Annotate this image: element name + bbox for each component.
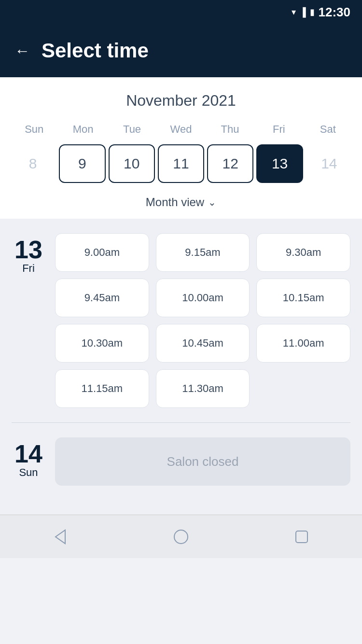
time-slot[interactable]: 9.15am: [156, 233, 250, 272]
day-label: 13Fri: [12, 233, 45, 408]
day-block: 13Fri9.00am9.15am9.30am9.45am10.00am10.1…: [12, 233, 350, 408]
day-number: 14: [14, 441, 42, 466]
status-bar: ▾ ▐ ▮ 12:30: [0, 0, 362, 24]
calendar-date-cell: 8: [10, 144, 56, 183]
day-label: 14Sun: [12, 437, 45, 486]
time-slot[interactable]: 10.15am: [256, 279, 350, 317]
calendar-date-cell[interactable]: 12: [207, 144, 253, 183]
day-number: 13: [14, 237, 42, 262]
weekday-label: Mon: [58, 119, 107, 140]
calendar-date-cell[interactable]: 9: [59, 144, 105, 183]
day-name: Sun: [19, 466, 38, 479]
weekday-label: Tue: [108, 119, 156, 140]
salon-closed-label: Salon closed: [55, 437, 350, 486]
calendar-date-cell[interactable]: 10: [109, 144, 155, 183]
bottom-nav: [0, 515, 362, 558]
weekday-headers: SunMonTueWedThuFriSat: [10, 119, 352, 140]
calendar-date-cell: 14: [306, 144, 352, 183]
time-slot[interactable]: 11.30am: [156, 369, 250, 408]
nav-back-button[interactable]: [46, 522, 75, 551]
back-triangle-icon: [52, 528, 69, 546]
time-slot[interactable]: 10.30am: [55, 324, 149, 363]
page-title: Select time: [42, 39, 149, 62]
calendar-date-cell[interactable]: 11: [158, 144, 204, 183]
recent-square-icon: [293, 528, 310, 546]
day-name: Fri: [22, 262, 35, 275]
calendar-dates: 891011121314: [10, 144, 352, 188]
time-slot[interactable]: 10.45am: [156, 324, 250, 363]
status-icons: ▾ ▐ ▮ 12:30: [292, 5, 350, 20]
signal-icon: ▐: [300, 7, 306, 17]
month-view-toggle[interactable]: Month view ⌄: [0, 188, 362, 219]
status-time: 12:30: [319, 5, 351, 20]
time-slot[interactable]: 10.00am: [156, 279, 250, 317]
svg-rect-2: [296, 531, 307, 543]
day-block: 14SunSalon closed: [12, 437, 350, 486]
weekday-label: Thu: [206, 119, 254, 140]
time-slot[interactable]: 11.00am: [256, 324, 350, 363]
weekday-label: Fri: [254, 119, 303, 140]
svg-point-1: [174, 530, 188, 544]
time-slot[interactable]: 9.00am: [55, 233, 149, 272]
battery-icon: ▮: [310, 7, 315, 17]
nav-recent-button[interactable]: [287, 522, 316, 551]
chevron-down-icon: ⌄: [208, 196, 216, 208]
weekday-label: Sun: [10, 119, 58, 140]
time-slot[interactable]: 11.15am: [55, 369, 149, 408]
header: ← Select time: [0, 24, 362, 77]
month-year-label: November 2021: [10, 92, 352, 110]
back-button[interactable]: ←: [14, 43, 30, 58]
calendar-section: November 2021 SunMonTueWedThuFriSat 8910…: [0, 77, 362, 188]
weekday-label: Sat: [304, 119, 352, 140]
weekday-label: Wed: [156, 119, 205, 140]
section-divider: [12, 422, 350, 423]
calendar-date-cell[interactable]: 13: [256, 144, 303, 183]
time-slot[interactable]: 9.45am: [55, 279, 149, 317]
time-slot[interactable]: 9.30am: [256, 233, 350, 272]
svg-marker-0: [56, 530, 65, 544]
time-section: 13Fri9.00am9.15am9.30am9.45am10.00am10.1…: [0, 219, 362, 515]
time-grid: 9.00am9.15am9.30am9.45am10.00am10.15am10…: [55, 233, 350, 408]
month-view-label: Month view: [146, 196, 204, 209]
home-circle-icon: [172, 528, 190, 546]
wifi-icon: ▾: [292, 7, 296, 17]
nav-home-button[interactable]: [167, 522, 195, 551]
